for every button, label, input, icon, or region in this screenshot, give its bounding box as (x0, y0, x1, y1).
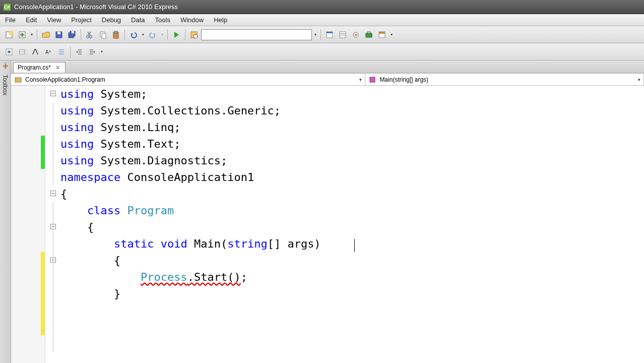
dropdown-icon: ▾ (638, 77, 640, 82)
svg-point-10 (87, 35, 89, 38)
menu-bar: File Edit View Project Debug Data Tools … (0, 14, 644, 26)
redo-dropdown[interactable]: ▾ (160, 29, 165, 41)
text-editor-toolbar: Aᵇ ▾ (0, 43, 644, 60)
separator (185, 29, 185, 40)
redo-button[interactable] (147, 29, 159, 41)
toolbar2-overflow[interactable]: ▾ (99, 46, 104, 58)
separator (124, 29, 125, 40)
toolbox-button[interactable] (363, 29, 375, 41)
menu-help[interactable]: Help (209, 14, 232, 26)
editor-area: Program.cs* ✕ ConsoleApplication1.Progra… (11, 60, 644, 363)
toolbar-overflow[interactable]: ▾ (389, 29, 394, 41)
properties-window-button[interactable] (337, 29, 349, 41)
start-debug-button[interactable] (170, 29, 182, 41)
add-item-button[interactable] (16, 29, 28, 41)
svg-point-17 (194, 34, 198, 38)
document-tabstrip: Program.cs* ✕ (11, 60, 644, 74)
toolbox-panel[interactable]: Toolbox (0, 60, 11, 363)
editor-margin: −−−− (11, 86, 45, 363)
tab-close-icon[interactable]: ✕ (54, 64, 61, 71)
increase-indent-button[interactable] (86, 46, 98, 58)
new-project-button[interactable] (3, 29, 15, 41)
code-lines[interactable]: using System;using System.Collections.Ge… (45, 86, 644, 363)
toolbox-icon (2, 63, 10, 71)
navigation-bar: ConsoleApplication1.Program ▾ Main(strin… (11, 74, 644, 86)
save-button[interactable] (53, 29, 65, 41)
save-all-button[interactable] (66, 29, 78, 41)
tab-program-cs[interactable]: Program.cs* ✕ (13, 62, 66, 73)
app-icon: C# (3, 3, 11, 11)
menu-window[interactable]: Window (175, 14, 209, 26)
paste-button[interactable] (110, 29, 122, 41)
code-editor[interactable]: −−−− using System;using System.Collectio… (11, 86, 644, 363)
class-dropdown[interactable]: ConsoleApplication1.Program ▾ (11, 74, 365, 85)
separator (81, 29, 81, 40)
menu-file[interactable]: File (0, 14, 21, 26)
undo-button[interactable] (127, 29, 140, 41)
svg-point-41 (5, 65, 7, 67)
separator (70, 46, 71, 57)
find-dropdown[interactable]: ▾ (313, 29, 318, 41)
toolbox-label: Toolbox (2, 75, 9, 95)
add-item-dropdown[interactable]: ▾ (29, 29, 34, 41)
standard-toolbar: ▾ ▾ ▾ ▾ (0, 26, 644, 43)
menu-view[interactable]: View (42, 14, 66, 26)
svg-rect-21 (340, 35, 346, 35)
separator (167, 29, 168, 40)
member-dropdown[interactable]: Main(string[] args) ▾ (365, 74, 644, 85)
display-member-button[interactable] (16, 46, 28, 58)
svg-rect-15 (114, 31, 117, 33)
class-icon (14, 76, 22, 84)
cut-button[interactable] (84, 29, 96, 41)
solution-explorer-button[interactable] (324, 29, 336, 41)
method-icon (368, 76, 376, 84)
svg-rect-42 (15, 78, 21, 82)
svg-rect-43 (370, 77, 375, 82)
svg-rect-26 (379, 32, 385, 34)
decrease-indent-button[interactable] (73, 46, 85, 58)
svg-point-11 (90, 35, 92, 38)
svg-point-28 (8, 50, 11, 53)
svg-rect-6 (57, 32, 60, 34)
display-object-button[interactable] (3, 46, 15, 58)
menu-debug[interactable]: Debug (97, 14, 126, 26)
svg-rect-9 (72, 31, 74, 33)
display-param-info-button[interactable] (29, 46, 41, 58)
svg-rect-22 (340, 33, 346, 34)
menu-edit[interactable]: Edit (21, 14, 42, 26)
dropdown-icon: ▾ (359, 77, 362, 82)
separator (320, 29, 321, 40)
separator (37, 29, 37, 40)
svg-text:Aᵇ: Aᵇ (45, 49, 51, 55)
object-browser-button[interactable] (350, 29, 362, 41)
menu-data[interactable]: Data (126, 14, 150, 26)
find-combo[interactable] (201, 29, 312, 40)
title-bar: C# ConsoleApplication1 - Microsoft Visua… (0, 0, 644, 14)
undo-dropdown[interactable]: ▾ (141, 29, 146, 41)
display-quick-info-button[interactable]: Aᵇ (42, 46, 54, 58)
svg-rect-19 (327, 32, 333, 33)
comment-button[interactable] (55, 46, 68, 58)
start-page-button[interactable] (376, 29, 388, 41)
open-button[interactable] (40, 29, 52, 41)
tab-label: Program.cs* (18, 64, 51, 71)
content-area: Toolbox Program.cs* ✕ ConsoleApplication… (0, 60, 644, 363)
window-title: ConsoleApplication1 - Microsoft Visual C… (14, 3, 178, 11)
svg-rect-13 (102, 33, 106, 38)
menu-project[interactable]: Project (66, 14, 96, 26)
copy-button[interactable] (97, 29, 109, 41)
solution-config-button[interactable] (188, 29, 200, 41)
member-label: Main(string[] args) (379, 76, 428, 83)
menu-tools[interactable]: Tools (150, 14, 175, 26)
svg-rect-24 (366, 33, 372, 37)
svg-rect-1 (9, 31, 13, 35)
class-label: ConsoleApplication1.Program (25, 76, 105, 83)
